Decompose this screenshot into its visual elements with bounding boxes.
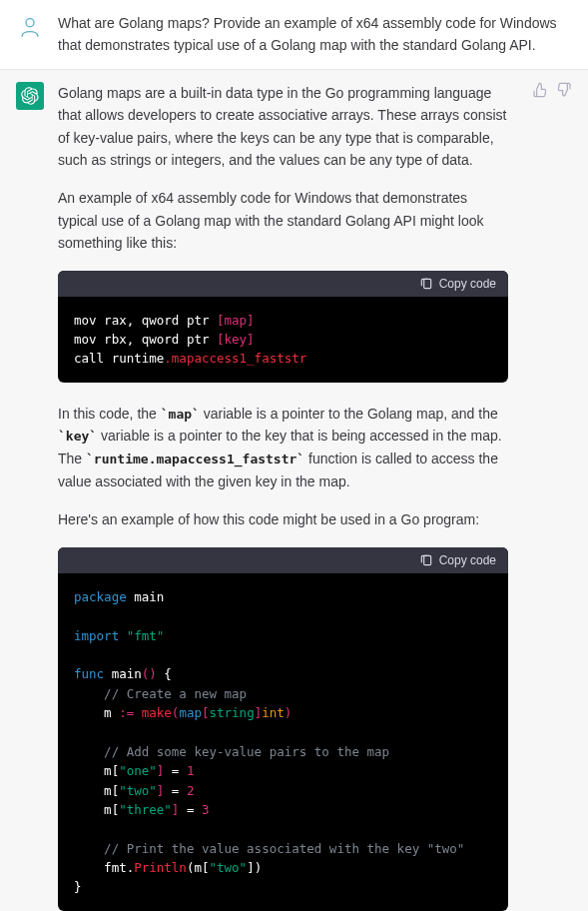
openai-logo-icon	[21, 87, 39, 105]
svg-rect-1	[423, 279, 430, 288]
go-l2b: "fmt"	[119, 628, 164, 643]
go-l9b: "three"	[119, 802, 172, 817]
go-l1b: main	[127, 589, 165, 604]
go-l11a: fmt.	[74, 860, 134, 875]
asm-l3a: call runtime	[74, 351, 164, 366]
go-l2a: import	[74, 628, 119, 643]
go-l6: // Add some key-value pairs to the map	[74, 744, 389, 759]
code-body-asm: mov rax, qword ptr [map] mov rbx, qword …	[58, 297, 508, 383]
go-l9a: m[	[74, 802, 119, 817]
go-l5f: [	[202, 705, 210, 720]
p3b: variable is a pointer to the Golang map,…	[200, 406, 498, 422]
user-avatar	[16, 12, 44, 40]
go-l5b: :=	[119, 705, 134, 720]
copy-code-button[interactable]: Copy code	[419, 277, 496, 291]
copy-code-label-2: Copy code	[439, 553, 496, 567]
go-l5c: make	[134, 705, 172, 720]
asm-l2b: [key]	[217, 332, 255, 347]
go-l7d: =	[164, 763, 187, 778]
inline-key: `key`	[58, 429, 97, 444]
go-l8e: 2	[187, 783, 195, 798]
inline-fn: `runtime.mapaccess1_faststr`	[86, 452, 304, 466]
thumbs-down-icon[interactable]	[556, 82, 572, 98]
go-l3b: main	[104, 666, 142, 681]
user-question: What are Golang maps? Provide an example…	[58, 12, 562, 57]
go-l7e: 1	[187, 763, 195, 778]
code-header: Copy code	[58, 271, 508, 297]
clipboard-icon	[419, 553, 433, 567]
go-l10: // Print the value associated with the k…	[74, 841, 464, 856]
assistant-p2: An example of x64 assembly code for Wind…	[58, 187, 508, 254]
go-l3d: {	[157, 666, 172, 681]
svg-rect-2	[423, 555, 430, 564]
go-l8a: m[	[74, 783, 119, 798]
go-l5a: m	[74, 705, 119, 720]
assistant-p4: Here's an example of how this code might…	[58, 508, 508, 530]
go-l12: }	[74, 879, 82, 894]
code-block-asm: Copy code mov rax, qword ptr [map] mov r…	[58, 271, 508, 383]
assistant-p1: Golang maps are a built-in data type in …	[58, 82, 508, 172]
go-l5e: map	[179, 705, 202, 720]
feedback-actions	[532, 82, 572, 98]
assistant-p3: In this code, the `map` variable is a po…	[58, 403, 508, 493]
copy-code-label: Copy code	[439, 277, 496, 291]
code-block-go: Copy code package main import "fmt" func…	[58, 547, 508, 911]
go-l5g: string	[210, 705, 255, 720]
thumbs-up-icon[interactable]	[532, 82, 548, 98]
code-body-go: package main import "fmt" func main() { …	[58, 573, 508, 911]
go-l9e: 3	[202, 802, 210, 817]
go-l11d: "two"	[209, 860, 247, 875]
go-l7a: m[	[74, 763, 119, 778]
go-l5j: )	[285, 705, 293, 720]
assistant-avatar	[16, 82, 44, 110]
go-l7b: "one"	[119, 763, 157, 778]
clipboard-icon	[419, 277, 433, 291]
go-l8b: "two"	[119, 783, 157, 798]
user-avatar-icon	[18, 14, 42, 38]
user-message-content: What are Golang maps? Provide an example…	[58, 12, 572, 57]
copy-code-button-2[interactable]: Copy code	[419, 553, 496, 567]
go-l11c: (m[	[187, 860, 210, 875]
go-l5i: int	[262, 705, 285, 720]
asm-l1b: [map]	[217, 313, 255, 328]
p3a: In this code, the	[58, 406, 161, 422]
asm-l3b: .mapaccess1_faststr	[164, 351, 306, 366]
asm-l2a: mov rbx, qword ptr	[74, 332, 217, 347]
go-l9d: =	[179, 802, 202, 817]
go-l8d: =	[164, 783, 187, 798]
code-header-2: Copy code	[58, 547, 508, 573]
go-l3c: ()	[142, 666, 157, 681]
go-l11e: ])	[247, 860, 262, 875]
go-l1a: package	[74, 589, 127, 604]
go-l11b: Println	[134, 860, 187, 875]
asm-l1a: mov rax, qword ptr	[74, 313, 217, 328]
inline-map: `map`	[161, 407, 200, 422]
go-l4: // Create a new map	[74, 686, 247, 701]
svg-point-0	[26, 19, 34, 27]
go-l3a: func	[74, 666, 104, 681]
user-message-row: What are Golang maps? Provide an example…	[0, 0, 588, 70]
assistant-message-content: Golang maps are a built-in data type in …	[58, 82, 518, 911]
assistant-message-row: Golang maps are a built-in data type in …	[0, 70, 588, 911]
